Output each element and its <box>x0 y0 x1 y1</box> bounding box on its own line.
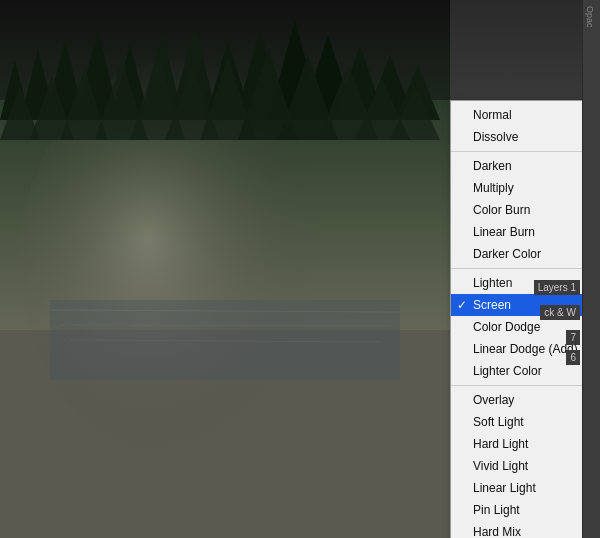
divider-3 <box>451 385 600 386</box>
menu-item-soft-light[interactable]: Soft Light <box>451 411 600 433</box>
opacity-label: Opac <box>585 6 595 28</box>
menu-item-color-burn[interactable]: Color Burn <box>451 199 600 221</box>
menu-item-normal[interactable]: Normal <box>451 104 600 126</box>
menu-item-multiply[interactable]: Multiply <box>451 177 600 199</box>
right-panel-strip: Opac <box>582 0 600 538</box>
bw-panel-label: ck & W <box>540 305 580 320</box>
menu-item-pin-light[interactable]: Pin Light <box>451 499 600 521</box>
panel-strip-label: Opac <box>583 0 596 34</box>
menu-item-vivid-light[interactable]: Vivid Light <box>451 455 600 477</box>
menu-item-overlay[interactable]: Overlay <box>451 389 600 411</box>
menu-item-linear-light[interactable]: Linear Light <box>451 477 600 499</box>
layers-panel-label: Layers 1 <box>534 280 580 295</box>
num2-label: 6 <box>566 350 580 365</box>
num1-label: 7 <box>566 330 580 345</box>
photo-svg <box>0 0 450 538</box>
menu-item-hard-light[interactable]: Hard Light <box>451 433 600 455</box>
menu-item-dissolve[interactable]: Dissolve <box>451 126 600 148</box>
menu-item-hard-mix[interactable]: Hard Mix <box>451 521 600 538</box>
menu-item-linear-burn[interactable]: Linear Burn <box>451 221 600 243</box>
menu-item-darker-color[interactable]: Darker Color <box>451 243 600 265</box>
divider-2 <box>451 268 600 269</box>
menu-item-darken[interactable]: Darken <box>451 155 600 177</box>
divider-1 <box>451 151 600 152</box>
